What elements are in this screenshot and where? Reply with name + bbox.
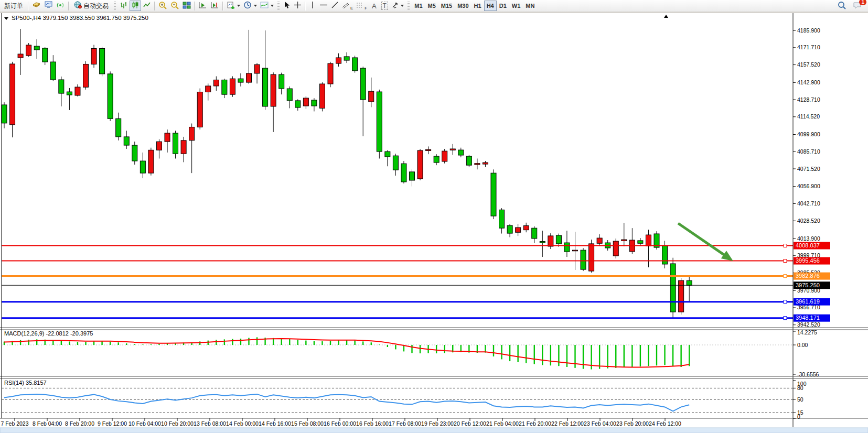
line-handle[interactable] (784, 244, 787, 247)
horizontal-scrollbar[interactable] (0, 428, 868, 433)
timeframe-w1[interactable]: W1 (509, 1, 523, 11)
line-handle[interactable] (784, 317, 787, 320)
timeframe-mn[interactable]: MN (523, 1, 537, 11)
zoom-in-button[interactable] (157, 1, 169, 11)
text-button[interactable]: A (369, 1, 379, 11)
candle (401, 164, 406, 182)
bar-chart-button[interactable] (118, 1, 130, 11)
price-axis-tick-label: 4114.520 (797, 113, 820, 120)
chevron-down-icon (401, 5, 404, 7)
candle (573, 250, 578, 251)
order-history-button[interactable] (30, 1, 42, 11)
candle (91, 48, 97, 64)
price-axis-tick-label: 4071.520 (797, 166, 820, 172)
crosshair-button[interactable] (292, 1, 303, 11)
candle (206, 86, 211, 92)
line-handle[interactable] (784, 275, 787, 278)
time-axis-label: 8 Feb 20:00 (65, 420, 94, 427)
macd-label: MACD(12,26,9) -22.0812 -20.3975 (4, 330, 93, 337)
candle (516, 228, 521, 232)
candle (83, 64, 89, 87)
candle (100, 48, 105, 73)
text-label-button[interactable]: T (379, 1, 390, 11)
toolbar-grip[interactable] (114, 2, 116, 10)
candle (434, 156, 439, 163)
tile-windows-icon (183, 1, 191, 10)
time-axis-label: 15 Feb 08:00 (291, 420, 324, 427)
price-box-label: 3948.171 (796, 315, 820, 321)
candle (360, 68, 366, 100)
zoom-out-button[interactable] (169, 1, 181, 11)
candle (548, 236, 553, 246)
periods-button[interactable] (242, 1, 259, 11)
candle (247, 73, 252, 82)
equidistant-channel-button[interactable]: E (340, 1, 355, 11)
search-button[interactable] (836, 1, 848, 11)
indicators-button[interactable] (259, 1, 275, 11)
time-axis-label: 21 Feb 20:00 (519, 420, 551, 427)
chart-shift-button[interactable] (209, 1, 221, 11)
candle (181, 140, 186, 154)
price-box-label: 3975.250 (796, 282, 820, 288)
candle (287, 89, 292, 101)
arrows-button[interactable] (390, 1, 405, 11)
candle (124, 137, 129, 145)
time-axis-label: 19 Feb 23:00 (421, 420, 454, 427)
timeframe-h4[interactable]: H4 (484, 1, 497, 11)
chart-shift-icon (210, 1, 219, 10)
toolbar-grip[interactable] (408, 2, 410, 10)
time-axis-label: 7 Feb 2023 (1, 420, 28, 427)
text-icon: A (372, 2, 377, 10)
line-handle[interactable] (784, 300, 787, 304)
terminal-button[interactable] (42, 1, 55, 11)
new-chart-button[interactable] (225, 1, 242, 11)
vertical-line-button[interactable] (307, 1, 318, 11)
auto-scroll-icon (198, 1, 207, 10)
timeframe-m15[interactable]: M15 (438, 1, 455, 11)
notifications-button[interactable]: 1 (851, 1, 864, 11)
candle (213, 80, 219, 86)
horizontal-line-button[interactable] (318, 1, 329, 11)
auto-scroll-button[interactable] (197, 1, 209, 11)
candlestick-chart-icon (131, 1, 140, 10)
signals-button[interactable] (55, 1, 67, 11)
autotrading-globe-icon (74, 1, 82, 10)
timeframe-m1[interactable]: M1 (412, 1, 425, 11)
candle (687, 280, 692, 285)
timeframe-m30[interactable]: M30 (455, 1, 471, 11)
time-axis-label: 10 Feb 04:00 (128, 420, 161, 427)
candle (507, 225, 512, 233)
new-order-button[interactable]: 新订单 (1, 1, 26, 11)
trendline-button[interactable] (329, 1, 340, 11)
vertical-line-icon (309, 1, 316, 10)
fibonacci-letter: F (365, 6, 367, 10)
candle (75, 87, 80, 95)
line-chart-button[interactable] (141, 1, 153, 11)
candlestick-chart-button[interactable] (130, 1, 141, 11)
timeframe-h1[interactable]: H1 (471, 1, 484, 11)
candle (238, 79, 243, 82)
candle (377, 92, 382, 151)
line-handle[interactable] (784, 259, 787, 263)
zoom-in-icon (158, 1, 167, 11)
candle (189, 127, 195, 140)
tile-windows-button[interactable] (181, 1, 192, 11)
timeframe-m5[interactable]: M5 (425, 1, 438, 11)
candle (165, 133, 170, 142)
fibonacci-button[interactable]: F (355, 1, 369, 11)
toolbar-grip[interactable] (277, 2, 280, 10)
bar-chart-icon (120, 1, 128, 10)
time-axis-label: 22 Feb 12:00 (551, 420, 584, 427)
candle (621, 240, 627, 241)
autotrading-button[interactable]: 自动交易 (71, 1, 112, 11)
horizontal-line-icon (319, 1, 328, 10)
cursor-button[interactable] (282, 1, 292, 11)
arrows-icon (391, 2, 399, 10)
candle (10, 64, 15, 125)
candle (646, 235, 651, 246)
timeframe-d1[interactable]: D1 (497, 1, 509, 11)
new-chart-icon (227, 1, 235, 10)
chart-canvas[interactable]: 4185.9004171.7104157.5204142.9004128.710… (0, 13, 868, 433)
candle (369, 91, 374, 102)
price-box-label: 3982.876 (796, 273, 820, 279)
